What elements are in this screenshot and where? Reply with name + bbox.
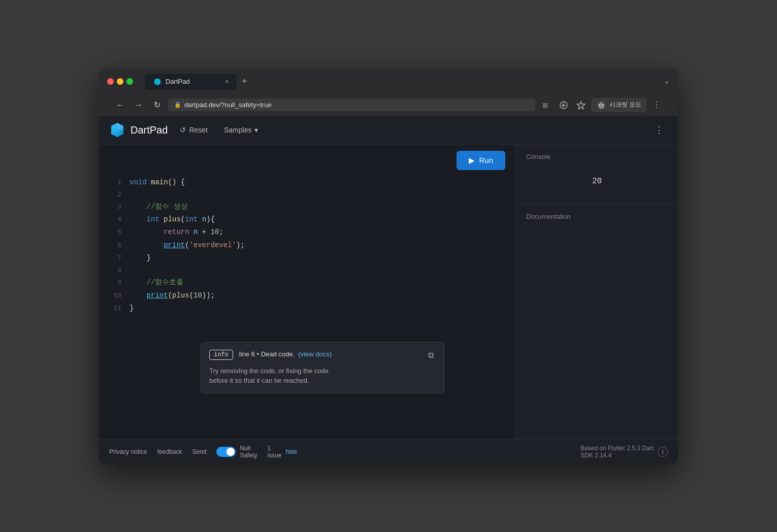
issues-count: 1 issue [267, 445, 281, 459]
dartpad-header: DartPad ↺ Reset Samples ▾ ⋮ [99, 116, 678, 145]
lock-icon: 🔒 [174, 102, 181, 108]
run-icon: ▶ [469, 156, 475, 165]
code-line-8: 8 [99, 264, 515, 276]
view-docs-link[interactable]: (view docs) [298, 350, 332, 358]
code-line-5: 5 return n + 10; [99, 226, 515, 239]
code-line-3: 3 //함수 생성 [99, 201, 515, 213]
run-button[interactable]: ▶ Run [457, 151, 505, 170]
null-safety-toggle[interactable] [216, 447, 236, 457]
svg-point-10 [598, 104, 600, 105]
incognito-label: 시크릿 모드 [609, 101, 641, 109]
console-output: 20 [526, 167, 668, 196]
dartpad-title: DartPad [131, 124, 168, 136]
info-popup-message: line 6 • Dead code. (view docs) [239, 350, 420, 359]
version-info-button[interactable]: i [658, 447, 668, 457]
toggle-thumb [226, 448, 235, 456]
dartpad-app: DartPad ↺ Reset Samples ▾ ⋮ ▶ Run [99, 116, 678, 464]
reset-icon: ↺ [180, 126, 186, 134]
code-line-7: 7 } [99, 252, 515, 264]
feedback-link[interactable]: feedback [157, 448, 182, 455]
console-title: Console [526, 153, 668, 160]
version-text: Based on Flutter 2.5.3 DartSDK 2.14.4 [580, 445, 654, 459]
svg-marker-13 [117, 123, 123, 130]
info-popup-header: info line 6 • Dead code. (view docs) ⧉ [209, 350, 436, 361]
hide-issues-button[interactable]: hide [285, 448, 297, 455]
address-bar[interactable]: 🔒 dartpad.dev/?null_safety=true [168, 98, 535, 111]
right-panel: Console 20 Documentation [515, 145, 678, 439]
media-button[interactable] [557, 98, 571, 112]
close-button[interactable] [107, 78, 114, 85]
dartpad-more-button[interactable]: ⋮ [651, 122, 668, 138]
svg-marker-0 [154, 78, 160, 85]
send-link[interactable]: Send [192, 448, 206, 455]
address-text: dartpad.dev/?null_safety=true [184, 101, 272, 109]
svg-point-11 [602, 104, 604, 105]
browser-titlebar: DartPad × + ⌄ ← → ↻ 🔒 dartpad.dev/?null_… [99, 69, 678, 116]
copy-button[interactable]: ⧉ [426, 350, 436, 361]
info-badge: info [209, 350, 233, 360]
code-line-2: 2 [99, 189, 515, 201]
dartpad-logo: DartPad [109, 122, 168, 138]
incognito-button[interactable]: 시크릿 모드 [591, 98, 646, 112]
code-line-1: 1 void main() { [99, 176, 515, 189]
reload-button[interactable]: ↻ [150, 98, 164, 112]
info-popup-description: Try removing the code, or fixing the cod… [209, 366, 436, 386]
new-tab-button[interactable]: + [237, 74, 252, 89]
documentation-title: Documentation [526, 213, 668, 220]
info-message-text: line 6 • Dead code. [239, 350, 295, 358]
dart-favicon-icon [153, 78, 161, 86]
svg-text:⊞: ⊞ [542, 102, 548, 109]
traffic-lights [107, 78, 133, 85]
code-editor[interactable]: 1 void main() { 2 3 //함수 생성 [99, 176, 515, 315]
translate-button[interactable]: ⊞ [539, 98, 554, 112]
samples-chevron-icon: ▾ [254, 126, 258, 134]
browser-window: DartPad × + ⌄ ← → ↻ 🔒 dartpad.dev/?null_… [99, 69, 678, 464]
minimize-button[interactable] [117, 78, 123, 85]
console-section: Console 20 [516, 145, 678, 205]
code-line-9: 9 //함수호출 [99, 276, 515, 289]
privacy-notice-link[interactable]: Privacy notice [109, 448, 147, 455]
svg-marker-6 [577, 102, 585, 109]
tab-menu-button[interactable]: ⌄ [664, 77, 670, 85]
forward-button[interactable]: → [132, 98, 146, 112]
footer-info: Based on Flutter 2.5.3 DartSDK 2.14.4 i [580, 445, 668, 459]
editor-area: ▶ Run 1 void main() { 2 [99, 145, 515, 439]
code-line-10: 10 print(plus(10)); [99, 289, 515, 302]
info-popup: info line 6 • Dead code. (view docs) ⧉ T… [201, 342, 444, 393]
tab-close-icon[interactable]: × [225, 78, 229, 85]
null-safety-label: NullSafety [240, 445, 257, 459]
issues-area: 1 issue hide [267, 445, 297, 459]
browser-menu-button[interactable]: ⋮ [650, 98, 664, 112]
null-safety-toggle-area: NullSafety [216, 445, 257, 459]
documentation-section: Documentation [516, 205, 678, 439]
code-line-11: 11 } [99, 302, 515, 315]
bookmark-button[interactable] [574, 98, 588, 112]
code-line-6: 6 print('everdevel'); [99, 239, 515, 252]
titlebar-top: DartPad × + ⌄ [107, 74, 670, 90]
maximize-button[interactable] [126, 78, 133, 85]
dartpad-footer: Privacy notice feedback Send NullSafety … [99, 439, 678, 464]
toolbar-actions: ⊞ [539, 98, 664, 112]
code-line-4: 4 int plus(int n){ [99, 213, 515, 226]
tab-title: DartPad [166, 78, 221, 85]
browser-toolbar: ← → ↻ 🔒 dartpad.dev/?null_safety=true ⊞ [107, 94, 670, 116]
samples-button[interactable]: Samples ▾ [220, 123, 262, 137]
dartpad-logo-icon [109, 122, 125, 138]
browser-tab-dartpad[interactable]: DartPad × [145, 74, 237, 90]
back-button[interactable]: ← [113, 98, 127, 112]
editor-toolbar: ▶ Run [99, 145, 515, 176]
dartpad-main: ▶ Run 1 void main() { 2 [99, 145, 678, 439]
reset-button[interactable]: ↺ Reset [176, 123, 212, 137]
tabs-row: DartPad × + [145, 74, 252, 90]
svg-point-9 [600, 102, 603, 105]
